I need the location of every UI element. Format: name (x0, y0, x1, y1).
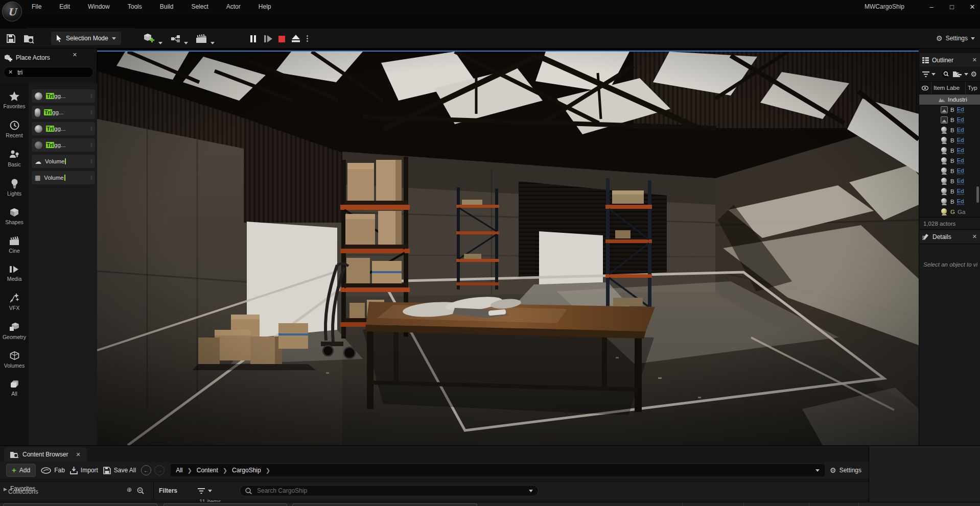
category-lights[interactable]: Lights (7, 179, 21, 197)
type-link[interactable]: Ed (957, 117, 964, 123)
blueprints-button[interactable] (171, 35, 181, 43)
outliner-row[interactable]: BEd (919, 135, 980, 146)
status-bar[interactable] (0, 502, 980, 506)
content-drawer-button-top[interactable] (3, 503, 157, 506)
cmd-console-top[interactable] (292, 503, 477, 506)
filter-chevron-icon[interactable] (208, 490, 212, 492)
outliner-close-icon[interactable]: ✕ (972, 57, 977, 63)
drag-grip-icon[interactable]: ⁞⁞ (90, 93, 92, 99)
fab-button[interactable]: Fab (41, 467, 65, 474)
blueprints-chevron-icon[interactable] (184, 42, 188, 44)
place-actors-header[interactable]: Place Actors (0, 51, 97, 64)
asset-search-input[interactable] (256, 487, 525, 495)
outliner-row[interactable]: BEd (919, 166, 980, 176)
type-link[interactable]: Ed (957, 188, 964, 195)
content-browser-settings[interactable]: ⚙ Settings (830, 466, 861, 474)
save-all-button[interactable]: Save All (103, 467, 136, 474)
add-button[interactable]: + Add (6, 464, 36, 477)
item-label-column[interactable]: Item Labe (931, 82, 966, 94)
result-trigger-box[interactable]: Trigg... ⁞⁞ (32, 89, 95, 103)
output-log-button-top[interactable] (164, 503, 287, 506)
eject-button[interactable] (292, 35, 300, 42)
drag-grip-icon[interactable]: ⁞⁞ (90, 126, 92, 131)
category-volumes[interactable]: Volumes (4, 351, 25, 369)
outliner-row[interactable]: BEd (919, 197, 980, 207)
menu-actor[interactable]: Actor (224, 3, 243, 10)
outliner-row[interactable]: BEd (919, 176, 980, 186)
clear-search-icon[interactable]: ✕ (8, 69, 13, 76)
breadcrumb-cargoship[interactable]: CargoShip (232, 467, 261, 474)
details-tab[interactable]: Details ✕ (919, 229, 980, 244)
cinematics-button[interactable] (195, 34, 207, 43)
add-folder-icon[interactable] (953, 70, 962, 78)
outliner-row[interactable]: BEd (919, 186, 980, 197)
result-trigger-capsule[interactable]: Trigg... ⁞⁞ (32, 106, 95, 119)
play-options-kebab-icon[interactable] (307, 35, 308, 42)
type-link[interactable]: Ed (957, 107, 964, 113)
menu-help[interactable]: Help (256, 3, 273, 10)
filters-button[interactable]: Filters (159, 487, 177, 494)
expand-arrow-icon[interactable]: ▶ (4, 487, 7, 492)
place-actors-close-icon[interactable]: ✕ (73, 52, 77, 58)
result-volume-atmosphere[interactable]: ☁ Volume ⁞⁞ (32, 155, 95, 168)
category-vfx[interactable]: VFX (9, 293, 20, 311)
outliner-tab[interactable]: Outliner ✕ (919, 53, 980, 67)
breadcrumb-content[interactable]: Content (197, 467, 218, 474)
path-dropdown-chevron-icon[interactable] (815, 469, 820, 472)
search-options-chevron-icon[interactable] (529, 490, 533, 492)
toolbar-settings-dropdown[interactable]: ⚙ Settings (936, 32, 975, 45)
category-recent[interactable]: Recent (6, 121, 22, 138)
type-link[interactable]: Ed (957, 127, 964, 133)
menu-select[interactable]: Select (189, 3, 210, 10)
category-geometry[interactable]: Geometry (3, 322, 26, 340)
stop-button[interactable] (278, 36, 285, 42)
type-link[interactable]: Ed (957, 137, 964, 143)
outliner-row[interactable]: BEd (919, 105, 980, 115)
outliner-row[interactable]: BEd (919, 115, 980, 125)
outliner-root-row[interactable]: Industri (919, 94, 980, 105)
browse-content-button[interactable] (24, 34, 35, 43)
drag-grip-icon[interactable]: ⁞⁞ (90, 142, 92, 148)
outliner-row[interactable]: BEd (919, 125, 980, 135)
editor-mode-dropdown[interactable]: Selection Mode (51, 32, 121, 45)
drag-grip-icon[interactable]: ⁞⁞ (90, 175, 92, 180)
content-browser-tab[interactable]: Content Browser ✕ (4, 447, 87, 462)
level-viewport[interactable] (97, 49, 919, 445)
type-link[interactable]: Ed (957, 148, 964, 154)
collection-search-icon[interactable] (137, 487, 144, 494)
drag-grip-icon[interactable]: ⁞⁞ (90, 159, 92, 164)
maximize-button[interactable]: □ (947, 3, 956, 11)
close-button[interactable]: ✕ (968, 3, 977, 11)
type-link[interactable]: Ed (957, 178, 964, 184)
search-input[interactable] (16, 68, 80, 77)
details-close-icon[interactable]: ✕ (972, 233, 977, 240)
category-all[interactable]: All (10, 380, 19, 397)
save-level-button[interactable] (6, 34, 16, 43)
filter-funnel-icon[interactable] (198, 488, 205, 494)
minimize-button[interactable]: – (927, 3, 936, 11)
breadcrumb-all[interactable]: All (176, 467, 182, 474)
category-media[interactable]: Media (7, 265, 22, 282)
outliner-row[interactable]: GGa (919, 207, 980, 217)
import-button[interactable]: Import (70, 467, 98, 474)
search-icon[interactable] (942, 70, 951, 78)
cinematics-chevron-icon[interactable] (211, 42, 215, 44)
type-link[interactable]: Ed (957, 199, 964, 205)
category-shapes[interactable]: Shapes (5, 208, 24, 225)
collections-section-label[interactable]: Collections (8, 488, 38, 495)
outliner-row[interactable]: BEd (919, 156, 980, 166)
place-actors-search[interactable]: ✕ (4, 67, 94, 78)
category-favorites[interactable]: Favorites (3, 91, 25, 109)
type-column[interactable]: Typ (966, 82, 980, 94)
add-collection-icon[interactable]: ⊕ (127, 486, 132, 493)
filter-chevron-icon[interactable] (931, 73, 936, 76)
menu-edit[interactable]: Edit (57, 3, 72, 10)
content-browser-close-icon[interactable]: ✕ (76, 451, 80, 458)
outliner-scrollbar[interactable] (976, 186, 979, 203)
filter-icon[interactable] (922, 71, 929, 77)
category-basic[interactable]: Basic (8, 150, 21, 167)
type-link[interactable]: Ed (957, 158, 964, 164)
asset-search-box[interactable] (240, 485, 539, 496)
forward-button[interactable]: → (154, 465, 165, 475)
outliner-row[interactable]: BEd (919, 146, 980, 156)
